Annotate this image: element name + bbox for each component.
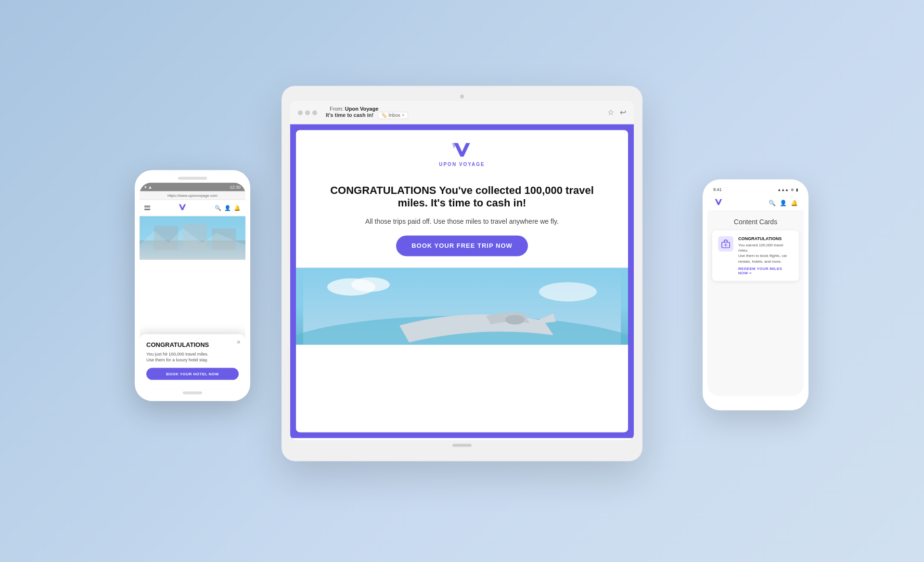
email-subject: It's time to cash in! 🏷️ Inbox × xyxy=(326,112,603,119)
phone-right-screen: 9:41 ▲▲▲ ⊛ ▮ 🔍 👤 🔔 xyxy=(707,184,804,396)
phone-left-speaker xyxy=(178,177,207,180)
svg-point-5 xyxy=(505,315,525,324)
svg-point-2 xyxy=(351,277,390,292)
search-icon[interactable]: 🔍 xyxy=(769,199,776,206)
email-header: UPON VOYAGE xyxy=(296,130,628,177)
phone-modal: × CONGRATULATIONS You just hit 100,000 t… xyxy=(140,334,245,389)
phone-right-status-bar: 9:41 ▲▲▲ ⊛ ▮ xyxy=(707,184,804,195)
book-free-trip-button[interactable]: BOOK YOUR FREE TRIP NOW xyxy=(396,235,528,256)
airplane-svg xyxy=(296,268,628,345)
tablet-camera xyxy=(460,94,464,98)
browser-dot-2 xyxy=(305,110,310,115)
bell-icon[interactable]: 🔔 xyxy=(234,205,241,211)
email-from: From: Upon Voyage xyxy=(330,106,603,112)
email-body: CONGRATULATIONS You've collected 100,000… xyxy=(296,177,628,268)
search-icon[interactable]: 🔍 xyxy=(215,205,221,211)
browser-dots xyxy=(298,110,317,115)
modal-close-button[interactable]: × xyxy=(237,338,241,345)
profile-icon[interactable]: 👤 xyxy=(224,205,231,211)
content-card-body: CONGRATULATIONS You earned 100,000 trave… xyxy=(738,236,793,275)
url-bar[interactable]: https://www.uponvoyage.com xyxy=(140,192,245,200)
redeem-miles-link[interactable]: REDEEM YOUR MILES NOW » xyxy=(738,267,793,275)
content-cards-title: Content Cards xyxy=(707,211,804,230)
phone-right-nav-icons: 🔍 👤 🔔 xyxy=(769,199,798,206)
email-inner: UPON VOYAGE CONGRATULATIONS You've colle… xyxy=(296,130,628,432)
modal-body: You just hit 100,000 travel miles. Use t… xyxy=(146,351,239,363)
content-card-text: You earned 100,000 travel miles. Use the… xyxy=(738,243,793,264)
signal-icons: ▾ ▲ xyxy=(144,185,152,190)
phone-left-screen: ▾ ▲ 12:30 https://www.uponvoyage.com 🔍 👤 xyxy=(140,183,245,390)
phone-nav-icons: 🔍 👤 🔔 xyxy=(215,205,241,211)
battery-icon: ▮ xyxy=(796,187,798,192)
luggage-icon xyxy=(721,240,731,248)
browser-actions: ☆ ↩ xyxy=(607,108,626,117)
wifi-icon: ⊛ xyxy=(791,187,794,192)
uv-logo-svg xyxy=(450,140,474,160)
signal-bars-icon: ▲▲▲ xyxy=(777,187,789,192)
phone-hero-image xyxy=(140,217,245,260)
phone-right-logo-svg xyxy=(713,198,724,206)
phone-hero-svg xyxy=(140,217,245,260)
book-hotel-button[interactable]: BOOK YOUR HOTEL NOW xyxy=(146,368,239,380)
profile-icon[interactable]: 👤 xyxy=(780,199,787,206)
tag-emoji: 🏷️ xyxy=(381,113,387,118)
uv-logo: UPON VOYAGE xyxy=(306,140,618,167)
phone-right-logo xyxy=(713,198,724,208)
phone-right-device: 9:41 ▲▲▲ ⊛ ▮ 🔍 👤 🔔 xyxy=(703,179,808,410)
content-card: CONGRATULATIONS You earned 100,000 trave… xyxy=(712,230,799,281)
reply-icon[interactable]: ↩ xyxy=(620,108,626,117)
modal-title: CONGRATULATIONS xyxy=(146,341,239,348)
svg-point-3 xyxy=(539,282,597,301)
tablet-screen: From: Upon Voyage It's time to cash in! … xyxy=(290,101,634,440)
email-content-area: UPON VOYAGE CONGRATULATIONS You've colle… xyxy=(290,124,634,438)
inbox-tag[interactable]: 🏷️ Inbox × xyxy=(378,112,408,119)
phone-left-logo xyxy=(177,203,188,213)
content-card-title-text: CONGRATULATIONS xyxy=(738,236,793,241)
email-title: CONGRATULATIONS You've collected 100,000… xyxy=(315,184,609,210)
phone-left-logo-svg xyxy=(177,203,188,212)
time-display: 12:30 xyxy=(230,185,241,190)
tablet-device: From: Upon Voyage It's time to cash in! … xyxy=(282,86,642,461)
scene: From: Upon Voyage It's time to cash in! … xyxy=(173,52,751,510)
browser-chrome: From: Upon Voyage It's time to cash in! … xyxy=(290,101,634,124)
star-icon[interactable]: ☆ xyxy=(607,108,614,117)
content-card-icon xyxy=(718,236,733,252)
phone-left-nav: 🔍 👤 🔔 xyxy=(140,200,245,217)
phone-left-status-bar: ▾ ▲ 12:30 xyxy=(140,183,245,192)
bell-icon[interactable]: 🔔 xyxy=(791,199,798,206)
email-description: All those trips paid off. Use those mile… xyxy=(315,217,609,227)
phone-right-status-icons: ▲▲▲ ⊛ ▮ xyxy=(777,187,798,192)
phone-right-time: 9:41 xyxy=(713,187,722,192)
phone-left-home-button[interactable] xyxy=(183,392,202,395)
hamburger-icon[interactable] xyxy=(144,206,150,210)
phone-right-nav: 🔍 👤 🔔 xyxy=(707,195,804,211)
browser-dot-1 xyxy=(298,110,303,115)
phone-left-device: ▾ ▲ 12:30 https://www.uponvoyage.com 🔍 👤 xyxy=(135,170,250,401)
tablet-home-button[interactable] xyxy=(452,444,472,447)
uv-logo-text: UPON VOYAGE xyxy=(439,162,485,167)
email-airplane-image xyxy=(296,268,628,345)
browser-dot-3 xyxy=(312,110,317,115)
